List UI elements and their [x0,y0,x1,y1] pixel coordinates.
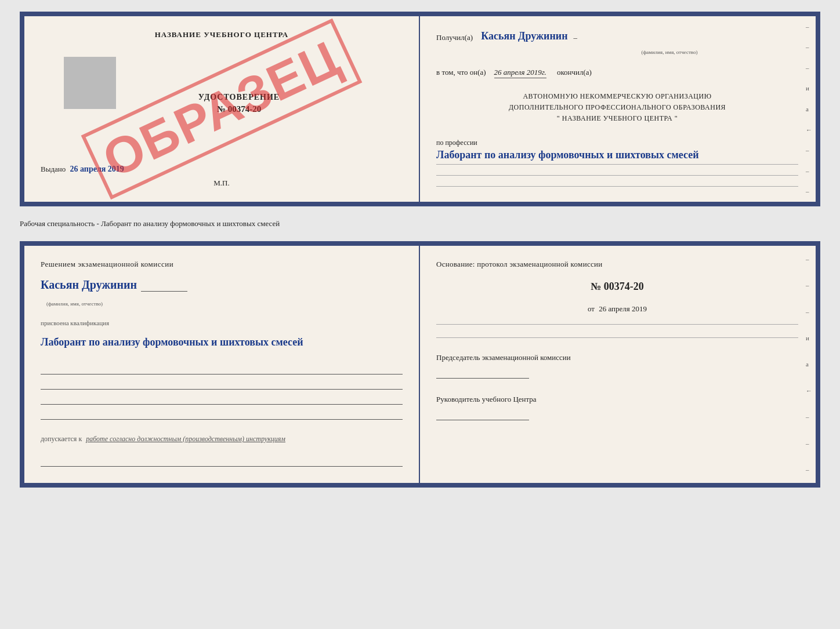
b-side-dash-6: – [806,466,812,473]
okonchil-label: окончил(а) [557,68,592,77]
bottom-lines [41,362,403,422]
b-side-dash-5: – [806,440,812,447]
line-5 [41,454,403,467]
top-right-panel: Получил(а) Касьян Дружинин – (фамилия, и… [420,16,816,202]
org-line2: ДОПОЛНИТЕЛЬНОГО ПРОФЕССИОНАЛЬНОГО ОБРАЗО… [436,102,798,113]
side-i: и [806,85,812,92]
side-dash-5: – [806,168,812,174]
bottom-right-side-labels: – – – и а ← – – – [806,246,812,483]
cert-stamp-area: УДОСТОВЕРЕНИЕ № 00374-20 [41,51,403,155]
predsedatel-sign-line [436,366,529,379]
line-2 [41,377,403,390]
vtom-label: в том, что он(а) [436,68,486,77]
org-block: АВТОНОМНУЮ НЕКОММЕРЧЕСКУЮ ОРГАНИЗАЦИЮ ДО… [436,91,798,125]
vtom-date: 26 апреля 2019г. [494,68,546,78]
rukovoditel-block: Руководитель учебного Центра [436,395,798,420]
b-side-dash-2: – [806,282,812,289]
line-1 [41,362,403,375]
bottom-name: Касьян Дружинин [41,278,137,291]
top-document: НАЗВАНИЕ УЧЕБНОГО ЦЕНТРА УДОСТОВЕРЕНИЕ №… [20,12,820,206]
rukovoditel-sign-line [436,408,529,420]
dopuskaetsya-label: допускается к [41,435,82,443]
bottom-document: Решением экзаменационной комиссии Касьян… [20,241,820,488]
udost-label: УДОСТОВЕРЕНИЕ [198,93,280,102]
side-arrow: ← [806,126,812,133]
osnovanie-label: Основание: протокол экзаменационной коми… [436,260,798,269]
bottom-right-panel: Основание: протокол экзаменационной коми… [420,246,816,483]
side-a: а [806,106,812,112]
side-dash-4: – [806,147,812,154]
b-side-dash-1: – [806,256,812,263]
divider-1 [436,164,798,165]
ot-label: от [588,304,595,313]
poluchil-name: Касьян Дружинин [481,30,567,42]
line-4 [41,407,403,420]
divider-bottom-1 [436,324,798,325]
divider-bottom-2 [436,337,798,338]
side-dash-2: – [806,43,812,50]
name-row: Касьян Дружинин [41,278,403,292]
separator-text: Рабочая специальность - Лаборант по анал… [20,216,820,232]
po-professii-label: по профессии [436,139,798,147]
b-side-a: а [806,361,812,368]
ot-date-row: от 26 апреля 2019 [436,304,798,314]
side-dash-6: – [806,188,812,195]
grey-photo-box [64,57,116,109]
fio-hint-top: (фамилия, имя, отчество) [541,46,798,56]
fio-hint-text: (фамилия, имя, отчество) [641,49,697,55]
protocol-number: № 00374-20 [436,281,798,293]
line-3 [41,392,403,405]
poluchil-row: Получил(а) Касьян Дружинин – [436,30,798,42]
profession-text: Лаборант по анализу формовочных и шихтов… [436,147,798,163]
vidano-label: Выдано [41,165,66,173]
top-left-panel: НАЗВАНИЕ УЧЕБНОГО ЦЕНТРА УДОСТОВЕРЕНИЕ №… [24,16,420,202]
org-line1: АВТОНОМНУЮ НЕКОММЕРЧЕСКУЮ ОРГАНИЗАЦИЮ [436,91,798,102]
vidano-date: 26 апреля 2019 [70,165,124,173]
vtom-row: в том, что он(а) 26 апреля 2019г. окончи… [436,68,798,78]
page-wrapper: НАЗВАНИЕ УЧЕБНОГО ЦЕНТРА УДОСТОВЕРЕНИЕ №… [20,12,820,488]
b-side-i: и [806,335,812,341]
divider-2 [436,175,798,176]
divider-3 [436,186,798,187]
b-side-dash-4: – [806,413,812,420]
prisvoena-label: присвоена квалификация [41,319,403,326]
predsedatel-block: Председатель экзаменационной комиссии [436,353,798,379]
org-line3: " НАЗВАНИЕ УЧЕБНОГО ЦЕНТРА " [436,113,798,124]
dopuskaetsya-block: допускается к работе согласно должностны… [41,435,403,443]
dopuskaetsya-text: работе согласно должностным (производств… [86,435,285,443]
mp-label: М.П. [213,179,229,188]
bottom-fio-hint-text: (фамилия, имя, отчество) [46,301,103,307]
b-side-arrow: ← [806,387,812,394]
po-professii-block: по профессии Лаборант по анализу формово… [436,139,798,188]
right-side-labels: – – – и а ← – – – [806,16,812,202]
predsedatel-label: Председатель экзаменационной комиссии [436,353,798,362]
vidano-row: Выдано 26 апреля 2019 [41,155,403,174]
dash-1: – [574,33,578,42]
qualification-text: Лаборант по анализу формовочных и шихтов… [41,335,403,350]
cert-title: НАЗВАНИЕ УЧЕБНОГО ЦЕНТРА [155,30,289,39]
cert-udost: УДОСТОВЕРЕНИЕ № 00374-20 [198,93,280,114]
ot-date-val: 26 апреля 2019 [599,304,647,313]
udost-number: № 00374-20 [198,104,280,114]
rukovoditel-label: Руководитель учебного Центра [436,395,798,404]
resheniem-label: Решением экзаменационной комиссии [41,260,403,269]
poluchil-label: Получил(а) [436,33,473,42]
side-dash-3: – [806,64,812,71]
b-side-dash-3: – [806,308,812,315]
bottom-fio-hint: (фамилия, имя, отчество) [46,297,403,308]
side-dash-1: – [806,23,812,30]
bottom-left-panel: Решением экзаменационной комиссии Касьян… [24,246,420,483]
